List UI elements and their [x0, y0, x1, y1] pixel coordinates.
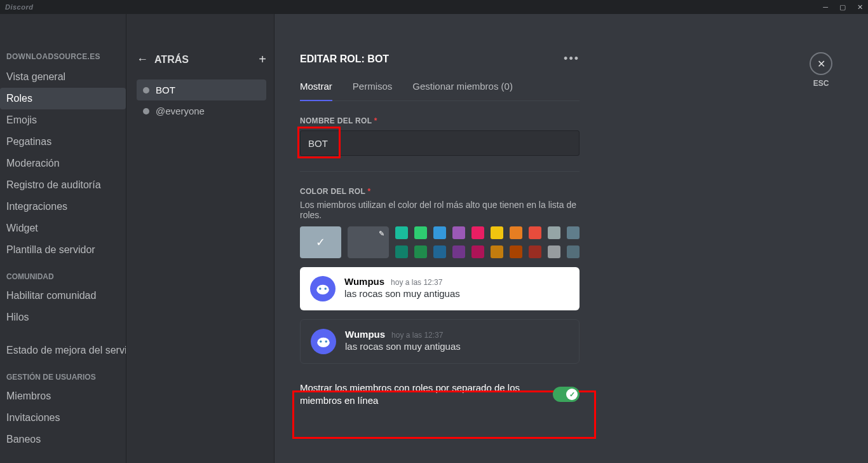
avatar	[311, 329, 336, 354]
nav-server-template[interactable]: Plantilla de servidor	[0, 239, 126, 261]
color-swatch[interactable]	[567, 226, 580, 239]
wumpus-icon	[315, 333, 332, 350]
eyedropper-icon: ✎	[379, 230, 384, 238]
editor-tabs: Mostrar Permisos Gestionar miembros (0)	[300, 81, 580, 101]
back-button[interactable]: ← ATRÁS	[137, 53, 189, 66]
server-settings-sidebar: DOWNLOADSOURCE.ES Vista general Roles Em…	[0, 14, 126, 463]
role-color-dot	[143, 108, 149, 114]
nav-integrations[interactable]: Integraciones	[0, 196, 126, 218]
nav-audit-log[interactable]: Registro de auditoría	[0, 174, 126, 196]
nav-stickers[interactable]: Pegatinas	[0, 131, 126, 153]
color-swatch[interactable]	[433, 245, 446, 258]
svg-point-4	[320, 340, 322, 343]
arrow-left-icon: ←	[137, 53, 148, 66]
color-swatch[interactable]	[471, 245, 484, 258]
preview-timestamp: hoy a las 12:37	[391, 331, 443, 340]
wumpus-icon	[314, 280, 332, 298]
role-color-label: COLOR DEL ROL *	[300, 187, 843, 196]
role-color-helper: Los miembros utilizan el color del rol m…	[300, 200, 580, 220]
color-swatch[interactable]	[452, 226, 465, 239]
minimize-button[interactable]: ─	[823, 3, 828, 11]
nav-bans[interactable]: Baneos	[0, 429, 126, 450]
server-name-header: DOWNLOADSOURCE.ES	[0, 52, 126, 61]
color-swatch[interactable]	[548, 226, 560, 239]
role-editor-panel: ✕ ESC EDITAR ROL: BOT ••• Mostrar Permis…	[275, 14, 868, 463]
color-swatch[interactable]	[491, 245, 503, 258]
color-swatch-grid	[395, 226, 580, 258]
color-swatch[interactable]	[414, 226, 427, 239]
svg-point-2	[324, 287, 327, 290]
group-user-mgmt-header: GESTIÓN DE USUARIOS	[0, 361, 126, 385]
color-swatch[interactable]	[548, 245, 560, 258]
divider	[300, 171, 580, 172]
color-swatch[interactable]	[510, 226, 522, 239]
nav-boost-status[interactable]: Estado de mejora del servic	[0, 340, 126, 361]
titlebar: Discord ─ ▢ ✕	[0, 0, 868, 14]
role-item-everyone[interactable]: @everyone	[137, 100, 266, 121]
svg-point-0	[316, 285, 329, 294]
color-swatch[interactable]	[395, 245, 408, 258]
preview-message-body: las rocas son muy antiguas	[345, 341, 461, 352]
color-swatch[interactable]	[471, 226, 484, 239]
avatar	[310, 276, 336, 301]
svg-point-3	[317, 338, 330, 347]
add-role-button[interactable]: +	[259, 52, 266, 67]
nav-widget[interactable]: Widget	[0, 218, 126, 239]
nav-members[interactable]: Miembros	[0, 385, 126, 407]
nav-threads[interactable]: Hilos	[0, 307, 126, 328]
preview-username: Wumpus	[345, 329, 385, 340]
role-item-label: BOT	[156, 85, 175, 95]
check-icon: ✓	[316, 235, 325, 249]
page-title: EDITAR ROL: BOT	[300, 53, 389, 65]
color-swatch[interactable]	[433, 226, 446, 239]
group-community-header: COMUNIDAD	[0, 261, 126, 285]
back-label: ATRÁS	[154, 54, 189, 66]
nav-enable-community[interactable]: Habilitar comunidad	[0, 285, 126, 307]
tab-manage-members[interactable]: Gestionar miembros (0)	[412, 81, 513, 100]
color-swatch[interactable]	[395, 226, 408, 239]
tab-display[interactable]: Mostrar	[300, 81, 332, 100]
color-swatch[interactable]	[529, 226, 541, 239]
nav-roles[interactable]: Roles	[0, 88, 126, 109]
window-controls: ─ ▢ ✕	[823, 3, 863, 11]
close-button[interactable]: ✕	[857, 3, 863, 11]
color-swatch[interactable]	[510, 245, 522, 258]
role-color-dot	[143, 87, 149, 93]
display-separately-toggle[interactable]: ✓	[553, 387, 580, 402]
annotation-highlight	[292, 390, 596, 439]
message-preview-dark: Wumpus hoy a las 12:37 las rocas son muy…	[300, 319, 580, 364]
role-name-label: NOMBRE DEL ROL *	[300, 116, 843, 125]
message-preview-light: Wumpus hoy a las 12:37 las rocas son muy…	[300, 267, 580, 310]
tab-permissions[interactable]: Permisos	[353, 81, 393, 100]
more-options-button[interactable]: •••	[564, 52, 580, 66]
nav-overview[interactable]: Vista general	[0, 66, 126, 88]
preview-message-body: las rocas son muy antiguas	[344, 288, 460, 299]
roles-list-panel: ← ATRÁS + BOT @everyone	[126, 14, 274, 463]
app-brand: Discord	[5, 3, 33, 11]
annotation-highlight	[297, 127, 341, 158]
role-name-input-wrap	[300, 130, 580, 156]
color-custom-swatch[interactable]: ✎	[348, 226, 389, 258]
color-swatch[interactable]	[529, 245, 541, 258]
maximize-button[interactable]: ▢	[839, 3, 846, 11]
preview-username: Wumpus	[344, 276, 384, 287]
svg-point-5	[325, 340, 327, 343]
color-swatch[interactable]	[491, 226, 503, 239]
svg-point-1	[319, 287, 322, 290]
role-name-input[interactable]	[300, 130, 580, 156]
role-item-bot[interactable]: BOT	[137, 79, 266, 100]
toggle-knob: ✓	[566, 389, 578, 400]
preview-timestamp: hoy a las 12:37	[391, 278, 442, 287]
nav-moderation[interactable]: Moderación	[0, 153, 126, 174]
color-swatch[interactable]	[452, 245, 465, 258]
nav-emojis[interactable]: Emojis	[0, 109, 126, 131]
color-default-swatch[interactable]: ✓	[300, 226, 341, 258]
nav-invites[interactable]: Invitaciones	[0, 407, 126, 429]
role-item-label: @everyone	[156, 106, 205, 116]
color-swatch[interactable]	[567, 245, 580, 258]
color-swatch[interactable]	[414, 245, 427, 258]
